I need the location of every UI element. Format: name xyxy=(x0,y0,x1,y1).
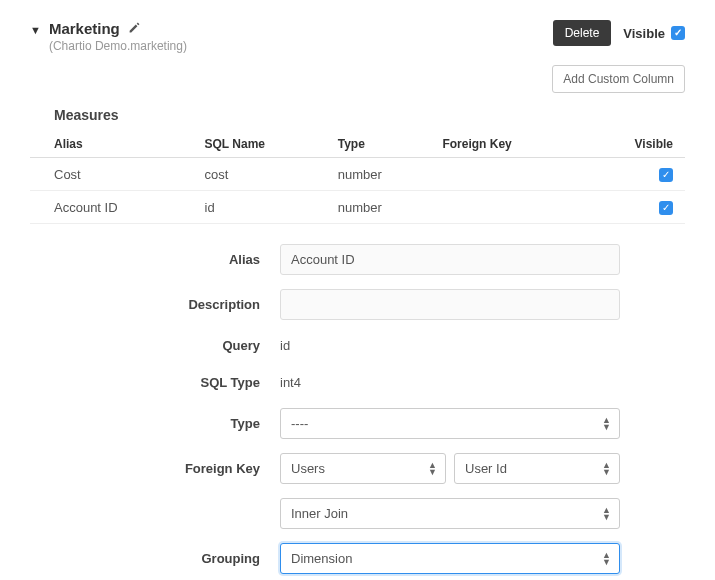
visible-checkbox[interactable] xyxy=(671,26,685,40)
col-visible: Visible xyxy=(583,131,685,158)
chevron-updown-icon: ▲▼ xyxy=(602,552,611,566)
description-input[interactable] xyxy=(280,289,620,320)
join-select[interactable]: Inner Join ▲▼ xyxy=(280,498,620,529)
label-fk: Foreign Key xyxy=(30,461,280,476)
chevron-updown-icon: ▲▼ xyxy=(602,417,611,431)
fk-table-select[interactable]: Users ▲▼ xyxy=(280,453,446,484)
type-select[interactable]: ---- ▲▼ xyxy=(280,408,620,439)
collapse-caret-icon[interactable]: ▼ xyxy=(30,24,41,36)
chevron-updown-icon: ▲▼ xyxy=(602,507,611,521)
visible-label: Visible xyxy=(623,26,665,41)
label-query: Query xyxy=(30,338,280,353)
query-value: id xyxy=(280,334,290,357)
chevron-updown-icon: ▲▼ xyxy=(602,462,611,476)
label-grouping: Grouping xyxy=(30,551,280,566)
section-title: Measures xyxy=(54,107,685,123)
label-alias: Alias xyxy=(30,252,280,267)
delete-button[interactable]: Delete xyxy=(553,20,612,46)
table-row[interactable]: Cost cost number xyxy=(30,158,685,191)
fk-column-select[interactable]: User Id ▲▼ xyxy=(454,453,620,484)
edit-icon[interactable] xyxy=(128,21,141,37)
chevron-updown-icon: ▲▼ xyxy=(428,462,437,476)
col-fk: Foreign Key xyxy=(434,131,583,158)
table-row[interactable]: Account ID id number xyxy=(30,191,685,224)
row-visible-checkbox[interactable] xyxy=(659,168,673,182)
alias-input[interactable] xyxy=(280,244,620,275)
label-type: Type xyxy=(30,416,280,431)
sqltype-value: int4 xyxy=(280,371,301,394)
col-type: Type xyxy=(330,131,435,158)
page-title: Marketing xyxy=(49,20,120,37)
grouping-select[interactable]: Dimension ▲▼ xyxy=(280,543,620,574)
col-sqlname: SQL Name xyxy=(197,131,330,158)
col-alias: Alias xyxy=(30,131,197,158)
page-subtitle: (Chartio Demo.marketing) xyxy=(49,39,187,53)
label-description: Description xyxy=(30,297,280,312)
label-sqltype: SQL Type xyxy=(30,375,280,390)
measures-table: Alias SQL Name Type Foreign Key Visible … xyxy=(30,131,685,224)
row-visible-checkbox[interactable] xyxy=(659,201,673,215)
add-custom-column-button[interactable]: Add Custom Column xyxy=(552,65,685,93)
